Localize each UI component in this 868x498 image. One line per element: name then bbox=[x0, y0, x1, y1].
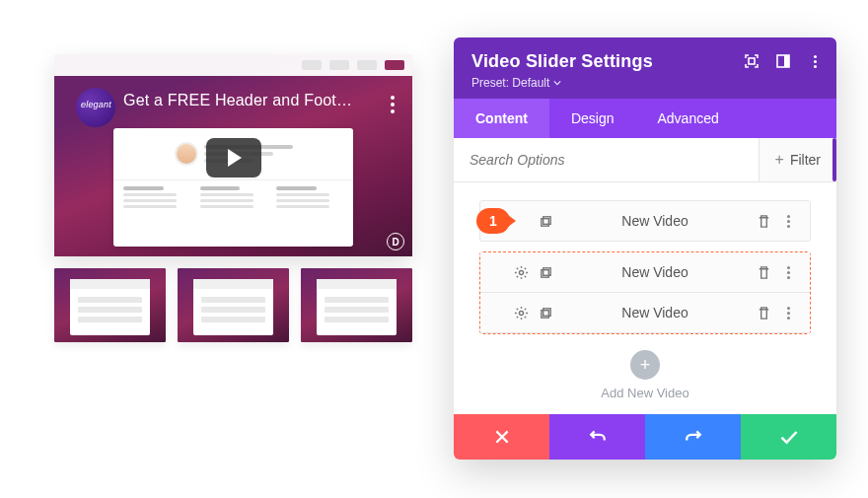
svg-rect-10 bbox=[543, 308, 551, 316]
svg-rect-4 bbox=[543, 216, 551, 224]
preset-dropdown[interactable]: Preset: Default bbox=[471, 76, 561, 90]
duplicate-icon[interactable] bbox=[539, 214, 553, 229]
trash-icon[interactable] bbox=[757, 214, 771, 229]
video-slider-preview: Get a FREE Header and Foote... D bbox=[54, 54, 412, 342]
filter-button[interactable]: Filter bbox=[759, 138, 836, 181]
step-badge: 1 bbox=[476, 208, 510, 234]
tab-advanced[interactable]: Advanced bbox=[635, 99, 740, 138]
tab-design[interactable]: Design bbox=[549, 99, 636, 138]
video-player[interactable]: Get a FREE Header and Foote... D bbox=[54, 54, 412, 256]
check-icon bbox=[779, 427, 799, 447]
video-item-label: New Video bbox=[553, 305, 757, 320]
item-menu-icon[interactable] bbox=[781, 214, 796, 229]
item-menu-icon[interactable] bbox=[781, 306, 796, 320]
undo-button[interactable] bbox=[549, 414, 645, 460]
panel-footer bbox=[454, 414, 836, 460]
channel-logo bbox=[76, 88, 115, 127]
svg-rect-6 bbox=[542, 269, 549, 277]
svg-rect-0 bbox=[749, 58, 755, 64]
expand-icon[interactable] bbox=[744, 53, 760, 69]
scrollbar-indicator[interactable] bbox=[832, 138, 836, 181]
tab-content[interactable]: Content bbox=[454, 99, 549, 138]
undo-icon bbox=[589, 428, 607, 446]
svg-rect-2 bbox=[784, 55, 789, 67]
duplicate-icon[interactable] bbox=[539, 265, 553, 280]
add-video-button[interactable]: + bbox=[630, 350, 660, 380]
video-thumbnail[interactable] bbox=[178, 268, 289, 342]
item-menu-icon[interactable] bbox=[781, 265, 796, 280]
video-item-label: New Video bbox=[553, 264, 757, 280]
settings-panel: Video Slider Settings Preset: Default Co… bbox=[454, 37, 836, 460]
duplicate-icon[interactable] bbox=[539, 306, 553, 320]
search-input[interactable] bbox=[454, 138, 759, 181]
add-video-label: Add New Video bbox=[466, 386, 825, 400]
gear-icon[interactable] bbox=[514, 265, 529, 280]
more-menu-icon[interactable] bbox=[807, 53, 823, 69]
search-bar: Filter bbox=[454, 138, 836, 182]
video-menu-icon[interactable] bbox=[391, 96, 395, 113]
save-button[interactable] bbox=[741, 414, 836, 460]
video-title: Get a FREE Header and Foote... bbox=[123, 92, 358, 109]
video-thumbnail[interactable] bbox=[54, 268, 166, 342]
svg-rect-9 bbox=[542, 310, 549, 318]
video-item[interactable]: New Video bbox=[480, 252, 810, 293]
panel-header: Video Slider Settings Preset: Default bbox=[454, 37, 836, 99]
video-thumbnail[interactable] bbox=[301, 268, 412, 342]
video-thumbnails bbox=[54, 268, 412, 342]
divi-badge-icon: D bbox=[387, 233, 404, 250]
cancel-button[interactable] bbox=[454, 414, 549, 460]
close-icon bbox=[493, 428, 511, 446]
video-item-label: New Video bbox=[553, 213, 757, 229]
svg-rect-7 bbox=[543, 267, 551, 275]
video-item[interactable]: 1 New Video bbox=[479, 200, 811, 242]
play-button[interactable] bbox=[206, 138, 261, 178]
redo-button[interactable] bbox=[645, 414, 741, 460]
trash-icon[interactable] bbox=[757, 306, 771, 320]
duplicated-items-group: New Video bbox=[479, 251, 811, 334]
trash-icon[interactable] bbox=[757, 265, 771, 280]
svg-rect-3 bbox=[542, 218, 549, 226]
settings-tabs: Content Design Advanced bbox=[454, 99, 836, 138]
video-item[interactable]: New Video bbox=[480, 293, 810, 333]
gear-icon[interactable] bbox=[514, 306, 529, 320]
snap-right-icon[interactable] bbox=[775, 53, 791, 69]
site-header-mock bbox=[54, 54, 412, 76]
redo-icon bbox=[685, 428, 702, 446]
chevron-down-icon bbox=[553, 79, 561, 87]
svg-point-8 bbox=[519, 311, 523, 315]
svg-point-5 bbox=[519, 270, 523, 274]
